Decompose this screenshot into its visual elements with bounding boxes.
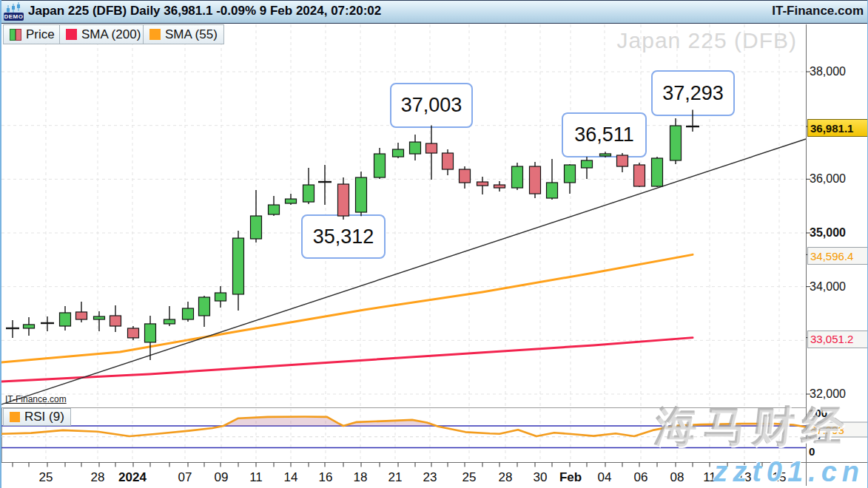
candle-up bbox=[60, 313, 71, 326]
candle-down bbox=[460, 169, 471, 183]
candle-up bbox=[199, 297, 210, 316]
candle-up bbox=[670, 126, 682, 160]
chart-title: Japan 225 (DFB) Daily 36,981.1 -0.09% 9 … bbox=[28, 4, 381, 18]
candle-up bbox=[512, 166, 523, 188]
candle-up bbox=[652, 158, 663, 186]
candle-down bbox=[110, 316, 121, 326]
url-watermark: zzt01.cn bbox=[713, 456, 864, 488]
candle-up bbox=[356, 177, 367, 212]
legend-rsi[interactable]: RSI (9) bbox=[3, 408, 71, 426]
cn-watermark: 海马财经 bbox=[653, 399, 854, 455]
candle-up bbox=[582, 160, 593, 168]
legend-price[interactable]: Price bbox=[3, 24, 61, 44]
candle-up bbox=[269, 205, 280, 214]
legend-rsi-label: RSI (9) bbox=[24, 410, 64, 424]
candle-up bbox=[24, 325, 35, 328]
chart-window: Japan 225 (DFB) 37,00335,31236,51137,293… bbox=[0, 0, 868, 488]
candle-down bbox=[494, 185, 505, 188]
title-bar: DEMO Japan 225 (DFB) Daily 36,981.1 -0.0… bbox=[1, 0, 868, 24]
candle-down bbox=[477, 182, 488, 186]
candle-up bbox=[374, 154, 386, 177]
candle-up bbox=[303, 185, 314, 202]
legend-price-label: Price bbox=[26, 27, 55, 42]
candle-down bbox=[128, 328, 139, 338]
sma55-swatch bbox=[149, 29, 161, 40]
legend-sma200-label: SMA (200) bbox=[81, 27, 141, 42]
rsi-swatch bbox=[10, 412, 20, 422]
candle-down bbox=[338, 184, 349, 216]
candle-down bbox=[634, 165, 645, 186]
candle-up bbox=[251, 216, 262, 239]
candle-down bbox=[76, 312, 87, 319]
candle-up bbox=[215, 293, 226, 301]
price-legend-icon bbox=[10, 29, 21, 41]
legend-sma55[interactable]: SMA (55) bbox=[143, 24, 224, 44]
legend-sma55-label: SMA (55) bbox=[165, 27, 218, 42]
candle-up bbox=[233, 238, 244, 294]
brand-link[interactable]: IT-Finance.com bbox=[772, 4, 864, 18]
candle-up bbox=[393, 149, 404, 157]
demo-logo: DEMO bbox=[4, 2, 24, 23]
candle-down bbox=[617, 155, 628, 166]
candle-up bbox=[164, 319, 175, 324]
demo-badge: DEMO bbox=[4, 13, 24, 21]
candle-up bbox=[94, 316, 105, 319]
candle-up bbox=[145, 324, 156, 342]
sma200-swatch bbox=[66, 29, 77, 40]
candle-down bbox=[443, 153, 454, 169]
candle-up bbox=[600, 154, 611, 156]
legend-sma200[interactable]: SMA (200) bbox=[59, 24, 147, 44]
candle-down bbox=[530, 166, 541, 194]
candle-up bbox=[410, 142, 421, 154]
candle-up bbox=[286, 199, 297, 203]
candle-up bbox=[547, 183, 558, 198]
candle-down bbox=[426, 143, 437, 153]
candle-up bbox=[565, 165, 576, 183]
candle-up bbox=[183, 308, 194, 319]
